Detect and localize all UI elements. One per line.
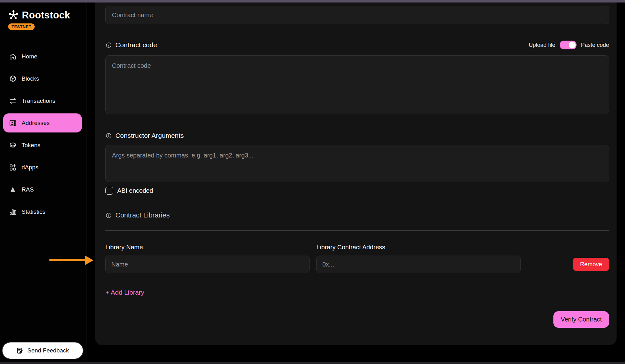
library-field-labels: Library Name Library Contract Address [105, 244, 609, 250]
sidebar-item-label: Home [22, 53, 38, 60]
constructor-arguments-textarea[interactable] [105, 145, 609, 182]
feedback-pencil-icon [16, 347, 23, 354]
contract-code-label: Contract code [115, 41, 157, 49]
contract-code-header: Contract code Upload file Paste code [105, 41, 609, 49]
upload-file-label: Upload file [529, 42, 555, 48]
brand-name: Rootstock [22, 10, 70, 21]
toggle-knob [569, 42, 576, 48]
library-name-input[interactable] [105, 256, 310, 273]
info-icon[interactable] [105, 212, 112, 219]
sidebar-item-label: Blocks [22, 75, 39, 82]
swap-arrows-icon [8, 97, 17, 105]
sidebar-item-label: Tokens [22, 142, 40, 149]
triangle-icon [8, 185, 17, 194]
send-feedback-button[interactable]: Send Feedback [3, 342, 83, 359]
constructor-arguments-header: Constructor Arguments [105, 131, 609, 140]
info-icon[interactable] [105, 42, 112, 48]
library-address-label: Library Contract Address [316, 244, 521, 250]
contact-card-icon [8, 119, 17, 127]
sidebar-item-ras[interactable]: RAS [3, 180, 82, 199]
bottom-edge-strip [0, 362, 625, 364]
brand[interactable]: Rootstock TESTNET [8, 9, 70, 30]
sidebar-item-dapps[interactable]: dApps [3, 158, 82, 177]
feedback-label: Send Feedback [27, 347, 69, 354]
verify-contract-button[interactable]: Verify Contract [553, 311, 609, 328]
home-icon [8, 52, 17, 61]
paste-code-label: Paste code [581, 42, 609, 48]
library-address-input[interactable] [316, 256, 521, 273]
sidebar-item-label: dApps [22, 164, 38, 171]
abi-encoded-checkbox[interactable] [105, 187, 113, 195]
remove-library-button[interactable]: Remove [573, 258, 609, 271]
sidebar: Rootstock TESTNET Home Blocks [0, 2, 87, 362]
sidebar-item-tokens[interactable]: Tokens [3, 136, 82, 155]
sidebar-item-label: Transactions [22, 97, 55, 104]
constructor-arguments-label: Constructor Arguments [115, 132, 184, 139]
sidebar-nav: Home Blocks Transactions [3, 47, 82, 221]
contract-libraries-header: Contract Libraries [105, 211, 609, 220]
verify-contract-panel: Contract code Upload file Paste code Con… [95, 2, 617, 345]
library-row: Remove [105, 256, 609, 273]
library-name-label: Library Name [105, 244, 310, 250]
code-source-toggle-group: Upload file Paste code [529, 41, 609, 49]
sidebar-item-home[interactable]: Home [3, 47, 82, 66]
sidebar-item-label: Addresses [22, 120, 50, 127]
testnet-badge: TESTNET [8, 23, 35, 30]
contract-code-textarea[interactable] [105, 55, 609, 114]
code-source-toggle[interactable] [560, 41, 577, 49]
contract-name-input[interactable] [105, 6, 609, 24]
cube-icon [8, 74, 17, 83]
add-library-button[interactable]: + Add Library [105, 289, 144, 296]
sidebar-item-label: Statistics [22, 208, 45, 215]
bar-chart-icon [8, 207, 17, 216]
coin-icon [8, 141, 17, 149]
info-icon[interactable] [105, 132, 112, 139]
rootstock-logo-icon [8, 9, 19, 21]
sidebar-item-transactions[interactable]: Transactions [3, 91, 82, 110]
section-divider [105, 230, 609, 231]
sidebar-item-addresses[interactable]: Addresses [3, 113, 82, 132]
top-edge-strip [0, 0, 625, 2]
sidebar-item-statistics[interactable]: Statistics [3, 202, 82, 221]
abi-encoded-label: ABI encoded [117, 187, 153, 194]
abi-encoded-row: ABI encoded [105, 187, 609, 195]
sidebar-item-blocks[interactable]: Blocks [3, 69, 82, 88]
grid-plus-icon [8, 163, 17, 172]
contract-libraries-label: Contract Libraries [115, 211, 170, 219]
sidebar-item-label: RAS [22, 186, 34, 193]
